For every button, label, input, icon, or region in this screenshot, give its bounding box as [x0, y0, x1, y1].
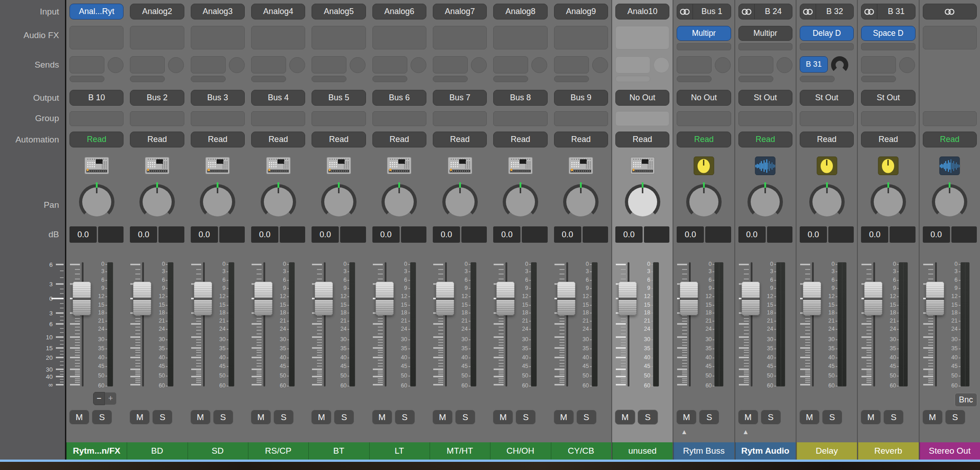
send-next-slot[interactable]	[861, 76, 896, 82]
audio-fx-slot[interactable]	[433, 26, 487, 49]
send-slot[interactable]	[493, 56, 528, 73]
mute-button[interactable]: M	[69, 410, 89, 425]
send-level-knob-slot[interactable]	[471, 57, 487, 73]
volume-db-value[interactable]: 0.0	[312, 226, 339, 243]
input-button[interactable]	[923, 4, 977, 20]
audio-fx-slot[interactable]	[130, 26, 184, 49]
fader-track[interactable]	[628, 262, 629, 387]
audio-fx-slot[interactable]	[251, 26, 305, 49]
solo-button[interactable]: S	[822, 410, 842, 425]
input-button[interactable]: B 24	[738, 4, 792, 20]
input-button[interactable]: Analog7	[433, 4, 487, 20]
send-next-slot[interactable]	[130, 76, 165, 82]
output-button[interactable]: B 10	[69, 90, 124, 106]
send-next-slot[interactable]	[312, 76, 346, 82]
solo-button[interactable]: S	[213, 410, 233, 425]
track-icon-drum-machine[interactable]	[630, 157, 655, 174]
pan-knob[interactable]	[79, 184, 114, 220]
peak-level-display[interactable]	[644, 226, 669, 243]
solo-button[interactable]: S	[883, 410, 904, 425]
track-icon-drum-machine[interactable]	[387, 157, 411, 174]
group-slot[interactable]	[738, 111, 792, 126]
pan-knob[interactable]	[442, 184, 478, 220]
fader-track[interactable]	[445, 262, 447, 387]
peak-level-display[interactable]	[219, 226, 245, 243]
output-button[interactable]: St Out	[861, 90, 915, 106]
track-name[interactable]: Rytm...n/FX	[66, 442, 127, 460]
volume-db-value[interactable]: 0.0	[69, 226, 97, 243]
track-icon-drum-machine[interactable]	[205, 157, 230, 174]
send-next-slot[interactable]	[251, 76, 286, 82]
solo-button[interactable]: S	[945, 410, 965, 425]
group-slot[interactable]	[554, 111, 608, 126]
output-button[interactable]: Bus 3	[191, 90, 245, 106]
solo-button[interactable]: S	[334, 410, 354, 425]
track-name[interactable]: CY/CB	[551, 442, 611, 460]
fader-cap[interactable]	[619, 282, 637, 315]
input-button[interactable]: Anal...Ryt	[69, 4, 124, 20]
volume-db-value[interactable]: 0.0	[554, 226, 581, 243]
mute-button[interactable]: M	[738, 410, 758, 425]
automation-mode-button[interactable]: Read	[677, 132, 731, 147]
output-button[interactable]: Bus 9	[554, 90, 608, 106]
send-next-slot[interactable]	[554, 76, 589, 82]
audio-fx-slot[interactable]	[923, 26, 977, 49]
audio-fx-slot[interactable]	[372, 26, 426, 49]
send-level-knob-slot[interactable]	[350, 57, 366, 73]
mute-button[interactable]: M	[676, 410, 697, 425]
fader-track[interactable]	[566, 262, 568, 387]
group-slot[interactable]	[677, 111, 731, 126]
track-name[interactable]: BD	[127, 442, 187, 460]
pan-knob[interactable]	[503, 184, 538, 220]
peak-level-display[interactable]	[890, 226, 915, 243]
peak-level-display[interactable]	[401, 226, 426, 243]
solo-button[interactable]: S	[761, 410, 781, 425]
automation-mode-button[interactable]: Read	[372, 132, 426, 147]
mute-button[interactable]: M	[311, 410, 332, 425]
input-button[interactable]: Analog3	[191, 4, 245, 20]
send-level-knob[interactable]	[831, 56, 848, 73]
audio-fx-next-slot[interactable]	[677, 43, 731, 50]
audio-fx-slot[interactable]	[191, 26, 245, 49]
pan-knob[interactable]	[563, 184, 599, 220]
peak-level-display[interactable]	[280, 226, 305, 243]
mute-button[interactable]: M	[372, 410, 392, 425]
fader-track[interactable]	[505, 262, 507, 387]
fader-track[interactable]	[751, 262, 752, 387]
pan-knob[interactable]	[686, 184, 722, 220]
track-name[interactable]: CH/OH	[490, 442, 550, 460]
send-next-slot[interactable]	[493, 76, 528, 82]
volume-db-value[interactable]: 0.0	[923, 226, 950, 243]
send-level-knob-slot[interactable]	[715, 57, 731, 73]
peak-level-display[interactable]	[951, 226, 977, 243]
output-button[interactable]: Bus 2	[130, 90, 184, 106]
send-level-knob-slot[interactable]	[108, 57, 124, 73]
peak-level-display[interactable]	[340, 226, 366, 243]
send-slot[interactable]	[312, 56, 346, 73]
volume-db-value[interactable]: 0.0	[677, 226, 704, 243]
peak-level-display[interactable]	[461, 226, 487, 243]
fader-cap[interactable]	[133, 282, 151, 315]
solo-button[interactable]: S	[152, 410, 173, 425]
send-next-slot[interactable]	[433, 76, 468, 82]
track-name[interactable]: Rytm Buss	[673, 442, 734, 460]
fader-track[interactable]	[82, 262, 84, 387]
fader-cap[interactable]	[742, 282, 760, 315]
volume-db-value[interactable]: 0.0	[130, 226, 157, 243]
audio-fx-slot[interactable]	[312, 26, 366, 49]
track-name[interactable]: Stereo Out	[920, 442, 980, 460]
send-next-slot[interactable]	[615, 76, 650, 82]
output-button[interactable]: Bus 8	[493, 90, 547, 106]
automation-mode-button[interactable]: Read	[251, 132, 305, 147]
send-next-slot[interactable]	[800, 76, 835, 82]
send-level-knob-slot[interactable]	[411, 57, 426, 73]
send-next-slot[interactable]	[191, 76, 226, 82]
output-button[interactable]: Bus 4	[251, 90, 305, 106]
audio-fx-slot[interactable]	[69, 26, 124, 49]
disclosure-arrow-icon[interactable]: ▲	[742, 428, 749, 435]
group-slot[interactable]	[69, 111, 124, 126]
fader-cap[interactable]	[680, 282, 698, 315]
track-icon-drum-machine[interactable]	[84, 157, 109, 174]
group-slot[interactable]	[191, 111, 245, 126]
track-name[interactable]: RS/CP	[248, 442, 308, 460]
